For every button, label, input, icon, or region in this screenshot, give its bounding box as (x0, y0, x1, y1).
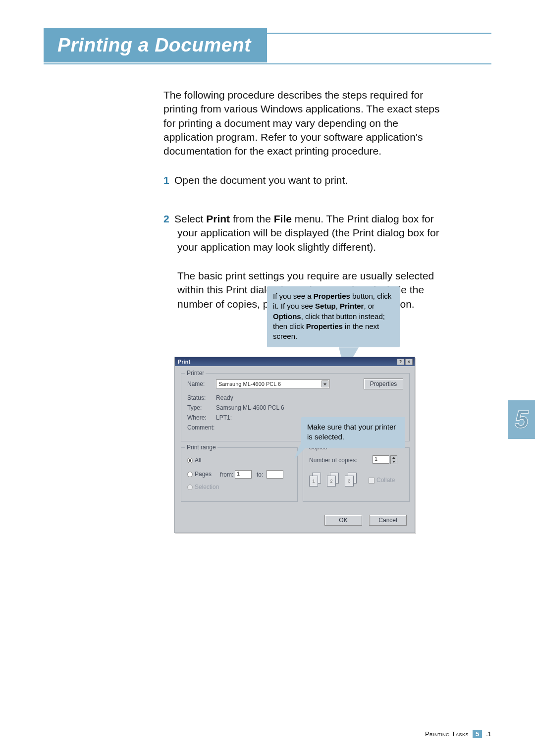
pages-from-input[interactable]: 1 (235, 470, 252, 479)
collate-icon-1: 1 1 (309, 473, 325, 486)
header-rule-bottom (44, 63, 491, 64)
footer-page-number: .1 (486, 730, 491, 738)
cancel-button[interactable]: Cancel (369, 515, 407, 526)
callout1-b4: Options (273, 312, 301, 321)
close-icon[interactable]: × (405, 359, 413, 365)
step-1-text: Open the document you want to print. (174, 174, 348, 186)
collate-checkbox-icon (369, 478, 374, 484)
collate-icon-3: 3 3 (345, 473, 361, 486)
properties-button[interactable]: Properties (364, 378, 403, 389)
sheet-icon: 1 (309, 476, 318, 486)
step-1-number: 1 (163, 173, 174, 187)
label-name: Name: (187, 380, 205, 387)
step-1: 1Open the document you want to print. (163, 173, 441, 187)
callout1-b1: Properties (314, 292, 350, 300)
callout1-t3: , (336, 302, 340, 310)
dialog-titlebar[interactable]: Print ? × (175, 357, 415, 366)
radio-all-label: All (195, 457, 201, 464)
step-2: 2Select Print from the File menu. The Pr… (163, 212, 441, 254)
step-2-number: 2 (163, 212, 174, 226)
callout1-t1: If you see a (273, 292, 314, 300)
label-from: from: (220, 471, 233, 478)
value-type: Samsung ML-4600 PCL 6 (216, 404, 284, 411)
printer-name-value: Samsung ML-4600 PCL 6 (218, 381, 281, 387)
radio-pages-icon[interactable] (187, 472, 193, 477)
step-2-text-b: from the (230, 213, 274, 224)
collate-checkbox: Collate (369, 477, 395, 484)
callout1-b3: Printer (340, 302, 364, 310)
printer-group-label: Printer (185, 370, 206, 377)
copies-input[interactable]: 1 (373, 455, 389, 464)
callout1-b5: Properties (306, 322, 343, 330)
radio-selection: Selection (187, 484, 219, 490)
footer-section: Printing Tasks (425, 730, 469, 738)
printer-name-dropdown[interactable]: Samsung ML-4600 PCL 6 (216, 379, 330, 388)
copies-spinner[interactable] (390, 455, 397, 464)
radio-all[interactable]: All (187, 457, 201, 464)
header-rule-top (257, 33, 491, 34)
intro-paragraph: The following procedure describes the st… (163, 88, 441, 159)
callout1-t4: , or (364, 302, 374, 310)
sheet-icon: 2 (327, 476, 336, 486)
callout1-b2: Setup (315, 302, 336, 310)
callout2-text: Make sure that your printer is selected. (307, 423, 396, 441)
step-2-file-bold: File (274, 213, 292, 224)
chevron-down-icon[interactable] (321, 380, 328, 387)
value-status: Ready (216, 394, 233, 401)
page-title: Printing a Document (44, 28, 267, 62)
sheet-icon: 3 (345, 476, 354, 486)
label-type: Type: (187, 404, 202, 411)
page-header: Printing a Document (44, 28, 491, 62)
chapter-tab-number: 5 (515, 405, 529, 434)
copies-group: Copies Number of copies: 1 1 1 2 2 3 3 C… (303, 447, 410, 502)
page-footer: Printing Tasks 5.1 (425, 730, 491, 738)
help-icon[interactable]: ? (397, 359, 404, 365)
callout-properties-tip: If you see a Properties button, click it… (267, 286, 400, 347)
radio-all-icon[interactable] (187, 458, 193, 463)
print-range-group: Print range All Pages from: 1 to: Select… (181, 447, 298, 502)
dialog-title: Print (178, 359, 190, 365)
print-range-label: Print range (185, 444, 217, 451)
radio-selection-label: Selection (195, 484, 219, 490)
step-2-print-bold: Print (206, 213, 230, 224)
value-where: LPT1: (216, 414, 232, 421)
label-to: to: (257, 471, 263, 478)
label-where: Where: (187, 414, 207, 421)
footer-chapter-badge: 5 (473, 730, 482, 738)
step-2-text-a: Select (174, 213, 206, 224)
collate-icon-2: 2 2 (327, 473, 343, 486)
radio-pages-label: Pages (195, 471, 212, 478)
label-comment: Comment: (187, 424, 214, 431)
callout-printer-selected: Make sure that your printer is selected. (301, 417, 405, 448)
label-status: Status: (187, 394, 206, 401)
label-number-of-copies: Number of copies: (309, 457, 357, 464)
chapter-tab: 5 (508, 400, 535, 439)
radio-pages[interactable]: Pages (187, 471, 212, 478)
collate-label: Collate (376, 477, 395, 484)
radio-selection-icon (187, 485, 193, 490)
pages-to-input[interactable] (267, 470, 283, 479)
ok-button[interactable]: OK (324, 515, 362, 526)
